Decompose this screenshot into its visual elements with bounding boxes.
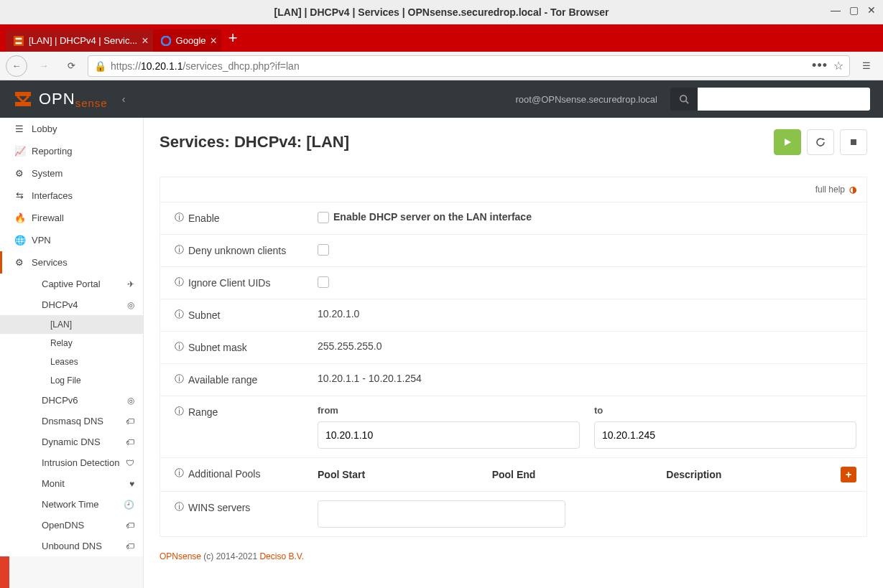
footer-vendor-link[interactable]: Deciso B.V. [259, 551, 304, 561]
sidebar-item-dhcpv6[interactable]: DHCPv6◎ [0, 390, 143, 411]
info-icon[interactable]: ⓘ [175, 245, 184, 254]
minimize-icon[interactable]: — [831, 4, 841, 16]
info-icon[interactable]: ⓘ [175, 213, 184, 222]
sidebar-item-dnsmasq[interactable]: Dnsmasq DNS🏷 [0, 411, 143, 431]
tags-icon: 🏷 [126, 416, 134, 426]
range-to-input[interactable] [594, 421, 856, 449]
url-prefix: https:// [111, 60, 141, 72]
sidebar-item-dhcpv4-leases[interactable]: Leases [0, 353, 143, 371]
os-titlebar: [LAN] | DHCPv4 | Services | OPNsense.sec… [0, 0, 883, 24]
checkbox[interactable] [318, 244, 329, 256]
sidebar-label: Firewall [32, 213, 64, 223]
add-pool-button[interactable]: + [841, 467, 856, 482]
range-from-input[interactable] [318, 421, 580, 449]
sidebar-item-dyndns[interactable]: Dynamic DNS🏷 [0, 431, 143, 452]
sidebar-label: Interfaces [32, 190, 73, 201]
browser-tab-active[interactable]: [LAN] | DHCPv4 | Servic... × [6, 29, 153, 52]
checkbox[interactable] [318, 212, 329, 223]
sidebar-item-vpn[interactable]: 🌐VPN [0, 229, 143, 251]
enable-checkbox-wrap[interactable]: Enable DHCP server on the LAN interface [318, 211, 532, 223]
sidebar: ☰Lobby 📈Reporting ⚙System ⇆Interfaces 🔥F… [0, 118, 144, 588]
help-toggle-icon[interactable]: ◑ [849, 185, 856, 195]
close-icon[interactable]: ✕ [867, 4, 876, 16]
bookmark-icon[interactable]: ☆ [833, 59, 843, 73]
sidebar-subsub-label: Leases [50, 357, 78, 367]
sidebar-item-ntp[interactable]: Network Time🕘 [0, 494, 143, 515]
maximize-icon[interactable]: ▢ [849, 4, 859, 16]
info-icon[interactable]: ⓘ [175, 309, 184, 319]
sidebar-item-monit[interactable]: Monit♥ [0, 473, 143, 494]
reload-button[interactable]: ⟳ [60, 55, 82, 77]
browser-menu-button[interactable]: ☰ [856, 55, 877, 77]
svg-point-3 [161, 36, 170, 45]
sidebar-toggle-icon[interactable]: ‹ [122, 93, 126, 105]
target-icon: ◎ [127, 396, 134, 406]
footer-brand-link[interactable]: OPNsense [160, 551, 201, 561]
sidebar-item-unbound[interactable]: Unbound DNS🏷 [0, 536, 143, 556]
back-button[interactable]: ← [6, 55, 27, 77]
sidebar-item-lobby[interactable]: ☰Lobby [0, 118, 143, 140]
play-icon [782, 137, 792, 147]
sidebar-sub-label: DHCPv4 [42, 299, 78, 310]
sidebar-item-captive-portal[interactable]: Captive Portal✈ [0, 274, 143, 294]
row-label: WINS servers [188, 502, 250, 513]
browser-tab[interactable]: Google × [153, 29, 221, 52]
info-icon[interactable]: ⓘ [175, 342, 184, 351]
row-enable: ⓘEnable Enable DHCP server on the LAN in… [160, 202, 866, 235]
tab-close-icon[interactable]: × [211, 34, 217, 47]
sidebar-item-dhcpv4[interactable]: DHCPv4◎ [0, 294, 143, 315]
sidebar-item-dhcpv4-relay[interactable]: Relay [0, 334, 143, 353]
wins-input[interactable] [318, 500, 565, 528]
sidebar-sub-label: Monit [42, 478, 65, 489]
sidebar-item-firewall[interactable]: 🔥Firewall [0, 207, 143, 229]
logo-text-1: OPN [39, 90, 75, 108]
page-header: Services: DHCPv4: [LAN] [144, 118, 883, 162]
enable-text: Enable DHCP server on the LAN interface [333, 211, 532, 223]
info-icon[interactable]: ⓘ [175, 468, 184, 477]
settings-panel: full help ◑ ⓘEnable Enable DHCP server o… [160, 177, 867, 537]
svg-rect-1 [16, 37, 22, 39]
sidebar-item-system[interactable]: ⚙System [0, 162, 143, 185]
sidebar-item-services[interactable]: ⚙Services [0, 251, 143, 274]
chart-icon: 📈 [14, 146, 24, 157]
row-pools: ⓘAdditional Pools Pool Start Pool End De… [160, 458, 866, 492]
search-input[interactable] [698, 88, 870, 111]
logo[interactable]: OPNsense [13, 89, 108, 109]
sidebar-item-dhcpv4-log[interactable]: Log File [0, 371, 143, 390]
new-tab-button[interactable]: + [228, 29, 238, 52]
page-actions-icon[interactable]: ••• [812, 58, 828, 73]
row-available-range: ⓘAvailable range 10.20.1.1 - 10.20.1.254 [160, 364, 866, 396]
sidebar-item-opendns[interactable]: OpenDNS🏷 [0, 515, 143, 536]
row-label: Available range [188, 374, 257, 386]
sidebar-item-reporting[interactable]: 📈Reporting [0, 140, 143, 162]
sidebar-item-ids[interactable]: Intrusion Detection🛡 [0, 452, 143, 473]
row-label: Ignore Client UIDs [188, 277, 270, 289]
url-bar[interactable]: 🔒 https://10.20.1.1/services_dhcp.php?if… [88, 55, 850, 77]
footer-copyright: (c) 2014-2021 [201, 551, 259, 561]
sidebar-sub-label: Unbound DNS [42, 541, 102, 551]
logo-text-2: sense [75, 97, 108, 109]
sidebar-item-dhcpv4-lan[interactable]: [LAN] [0, 315, 143, 334]
sidebar-sub-label: DHCPv6 [42, 395, 78, 406]
info-icon[interactable]: ⓘ [175, 502, 184, 511]
service-stop-button[interactable] [840, 129, 867, 155]
tab-close-icon[interactable]: × [142, 34, 148, 47]
info-icon[interactable]: ⓘ [175, 374, 184, 383]
svg-rect-10 [851, 139, 856, 145]
row-deny: ⓘDeny unknown clients [160, 235, 866, 267]
lock-icon: 🔒 [94, 60, 106, 72]
info-icon[interactable]: ⓘ [175, 406, 184, 416]
search-button[interactable] [670, 88, 698, 111]
sidebar-item-interfaces[interactable]: ⇆Interfaces [0, 185, 143, 207]
tags-icon: 🏷 [126, 521, 134, 531]
service-restart-button[interactable] [807, 129, 834, 155]
tab-label: [LAN] | DHCPv4 | Servic... [29, 35, 137, 46]
service-start-button[interactable] [774, 129, 801, 155]
svg-rect-2 [16, 42, 22, 44]
checkbox[interactable] [318, 276, 329, 288]
user-label[interactable]: root@OPNsense.securedrop.local [516, 94, 657, 105]
info-icon[interactable]: ⓘ [175, 277, 184, 286]
full-help-label[interactable]: full help [815, 185, 845, 195]
gears-icon: ⚙ [14, 168, 24, 179]
forward-button[interactable]: → [33, 55, 55, 77]
